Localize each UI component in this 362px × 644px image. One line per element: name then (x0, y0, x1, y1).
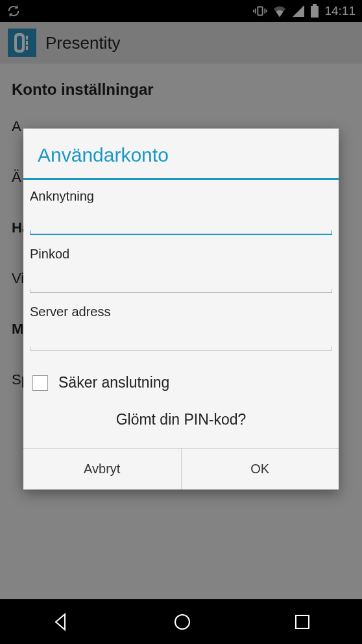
input-underline (30, 231, 332, 238)
recents-button[interactable] (293, 613, 311, 631)
input-underline (30, 289, 332, 295)
pin-label: Pinkod (30, 247, 332, 264)
pin-input[interactable] (30, 264, 332, 289)
ok-button[interactable]: OK (181, 449, 339, 489)
svg-point-12 (175, 615, 189, 629)
input-underline (30, 347, 332, 353)
secure-connection-checkbox[interactable] (32, 375, 48, 391)
secure-connection-label: Säker anslutning (58, 374, 169, 391)
extension-label: Anknytning (30, 189, 332, 206)
back-button[interactable] (51, 612, 71, 632)
svg-rect-13 (296, 615, 309, 628)
dialog-title: Användarkonto (23, 129, 339, 178)
user-account-dialog: Användarkonto Anknytning Pinkod Server a… (23, 129, 339, 489)
home-button[interactable] (172, 612, 193, 632)
cancel-button[interactable]: Avbryt (23, 449, 181, 489)
navigation-bar (0, 599, 362, 644)
secure-connection-row[interactable]: Säker anslutning (30, 362, 332, 397)
forgot-pin-link[interactable]: Glömt din PIN-kod? (30, 397, 332, 444)
server-input[interactable] (30, 322, 332, 347)
extension-input[interactable] (30, 206, 332, 231)
server-label: Server adress (30, 304, 332, 322)
